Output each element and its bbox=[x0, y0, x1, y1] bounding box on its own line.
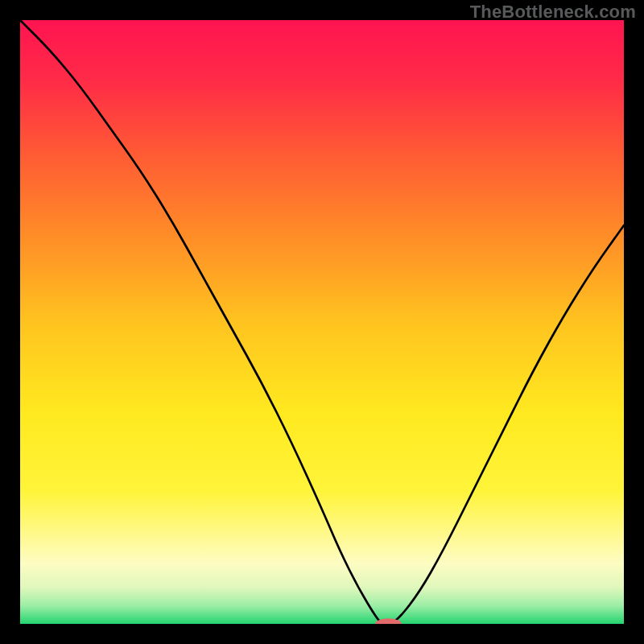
bottleneck-chart bbox=[20, 20, 624, 624]
chart-background bbox=[20, 20, 624, 624]
chart-frame: TheBottleneck.com bbox=[0, 0, 644, 644]
